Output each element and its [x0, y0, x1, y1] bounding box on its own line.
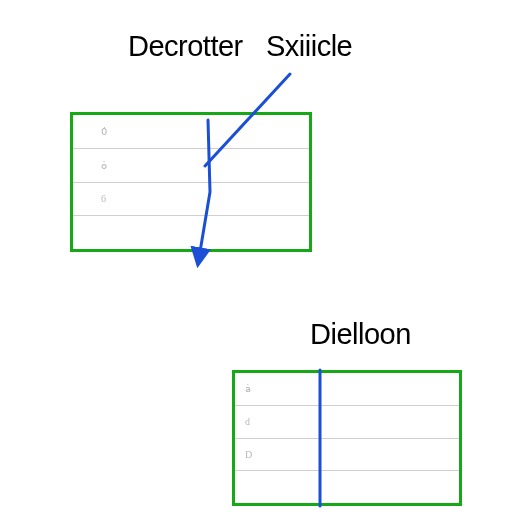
cell: ȯ	[101, 160, 125, 171]
grid-bottom-row: D	[235, 439, 459, 472]
label-bottom: Dielloon	[310, 318, 411, 351]
grid-top-row	[73, 216, 309, 249]
label-top-right: Sxiiicle	[266, 30, 352, 63]
cell: 6	[101, 193, 124, 204]
grid-top-row: 0̇	[73, 115, 309, 149]
grid-top-row: 6	[73, 183, 309, 217]
cell: 0̇	[101, 126, 125, 137]
cell: ȧ	[245, 383, 269, 394]
cell: d	[245, 416, 268, 427]
grid-bottom-row: d	[235, 406, 459, 439]
grid-bottom-row	[235, 471, 459, 503]
cell: D	[245, 449, 270, 460]
grid-top-row: ȯ	[73, 149, 309, 183]
label-top-left: Decrotter	[128, 30, 243, 63]
grid-bottom: ȧ d D	[232, 370, 462, 506]
grid-bottom-row: ȧ	[235, 373, 459, 406]
grid-top: 0̇ ȯ 6	[70, 112, 312, 252]
